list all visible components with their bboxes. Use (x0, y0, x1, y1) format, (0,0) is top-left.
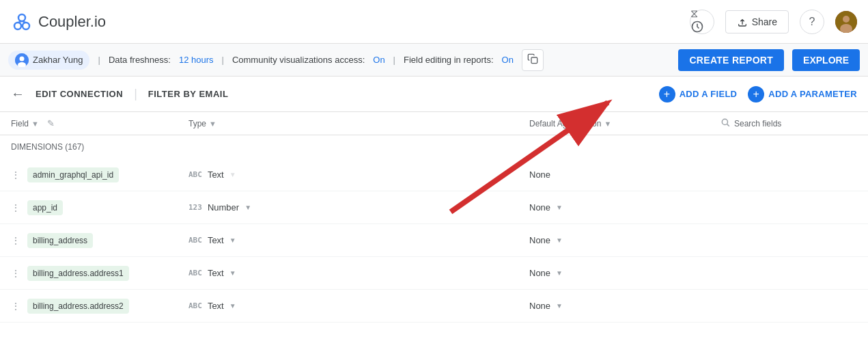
field-cell: ⋮ billing_address.address1 (11, 266, 188, 281)
filter-by-email-label: FILTER BY EMAIL (148, 89, 229, 99)
type-dropdown-icon[interactable]: ▼ (229, 269, 236, 277)
field-chip: app_id (27, 200, 63, 215)
aggregation-value: None (529, 202, 550, 213)
table-row: ⋮ billing_address ABC Text ▼ None ▼ (0, 224, 868, 257)
community-label: Community visualizations access: (232, 55, 365, 65)
sep1: | (98, 55, 100, 65)
add-field-button[interactable]: + ADD A FIELD (659, 86, 738, 103)
aggregation-column-header: Default Aggregation ▼ (529, 119, 720, 128)
sep2: | (222, 55, 224, 65)
svg-point-1 (14, 23, 21, 29)
aggregation-cell: None ▼ (529, 202, 720, 213)
drag-handle-icon[interactable]: ⋮ (11, 169, 20, 180)
type-dropdown-icon[interactable]: ▼ (244, 204, 251, 211)
type-cell: ABC Text ▼ (188, 235, 529, 245)
sub-toolbar: ← EDIT CONNECTION | FILTER BY EMAIL + AD… (0, 77, 868, 112)
field-chip: admin_graphql_api_id (27, 167, 119, 182)
svg-line-4 (22, 21, 26, 23)
add-parameter-button[interactable]: + ADD A PARAMETER (748, 86, 857, 103)
field-column-header: Field ▼ ✎ (11, 118, 188, 128)
type-cell: ABC Text ▼ (188, 268, 529, 278)
drag-handle-icon[interactable]: ⋮ (11, 235, 20, 246)
type-icon: ABC (188, 269, 202, 277)
agg-dropdown-icon[interactable]: ▼ (556, 302, 563, 310)
coupler-logo-icon (11, 11, 33, 33)
agg-dropdown-icon[interactable]: ▼ (556, 269, 563, 277)
type-label: Text (208, 301, 224, 311)
type-sort-icon[interactable]: ▼ (209, 120, 216, 128)
aggregation-value: None (529, 301, 550, 311)
drag-handle-icon[interactable]: ⋮ (11, 202, 20, 213)
type-icon: ABC (188, 170, 202, 179)
table-area: Field ▼ ✎ Type ▼ Default Aggregation ▼ S… (0, 112, 868, 323)
aggregation-value: None (529, 268, 550, 278)
svg-point-7 (843, 16, 850, 23)
top-nav-right: ⧖ Share ? (690, 10, 857, 34)
app-name: Coupler.io (38, 13, 106, 31)
svg-point-2 (23, 23, 29, 29)
aggregation-value: None (529, 235, 550, 245)
edit-connection-label[interactable]: EDIT CONNECTION (36, 89, 123, 99)
top-nav: Coupler.io ⧖ Share ? (0, 0, 868, 44)
user-chip[interactable]: Zakhar Yung (8, 51, 89, 70)
sep3: | (393, 55, 395, 65)
table-row: ⋮ admin_graphql_api_id ABC Text ▼ None (0, 159, 868, 191)
agg-dropdown-icon[interactable]: ▼ (556, 204, 563, 211)
field-cell: ⋮ billing_address.address2 (11, 299, 188, 314)
field-cell: ⋮ billing_address (11, 233, 188, 248)
copy-button[interactable] (522, 49, 544, 71)
table-row: ⋮ billing_address.address1 ABC Text ▼ No… (0, 257, 868, 290)
user-avatar-small (15, 53, 29, 67)
aggregation-cell: None (529, 169, 720, 180)
aggregation-cell: None ▼ (529, 301, 720, 311)
type-icon: ABC (188, 301, 202, 310)
type-dropdown-icon-placeholder: ▼ (229, 171, 236, 178)
svg-point-10 (20, 56, 25, 61)
type-dropdown-icon[interactable]: ▼ (229, 302, 236, 310)
community-val: On (373, 55, 384, 65)
type-label: Number (208, 202, 239, 213)
search-fields-container: Search fields (720, 118, 857, 129)
toolbar: Zakhar Yung | Data freshness: 12 hours |… (0, 44, 868, 77)
type-icon: 123 (188, 203, 202, 212)
data-freshness-label: Data freshness: (109, 55, 171, 65)
history-icon: ⧖ (690, 8, 714, 36)
field-chip: billing_address.address2 (27, 299, 129, 314)
field-chip: billing_address.address1 (27, 266, 129, 281)
agg-sort-icon[interactable]: ▼ (604, 120, 611, 128)
add-param-plus-icon: + (748, 86, 764, 103)
type-cell: ABC Text ▼ (188, 301, 529, 311)
history-button[interactable]: ⧖ (690, 10, 714, 34)
svg-line-14 (727, 124, 729, 126)
type-column-header: Type ▼ (188, 119, 529, 128)
field-cell: ⋮ app_id (11, 200, 188, 215)
agg-dropdown-icon[interactable]: ▼ (556, 236, 563, 244)
svg-point-13 (722, 119, 727, 124)
field-chip: billing_address (27, 233, 93, 248)
field-sort-icon[interactable]: ▼ (31, 120, 39, 128)
share-button[interactable]: Share (725, 10, 789, 33)
help-button[interactable]: ? (800, 10, 824, 34)
edit-pencil-icon: ✎ (47, 118, 55, 128)
aggregation-cell: None ▼ (529, 268, 720, 278)
drag-handle-icon[interactable]: ⋮ (11, 268, 20, 279)
aggregation-cell: None ▼ (529, 235, 720, 245)
back-arrow-icon: ← (11, 86, 25, 102)
copy-icon (527, 53, 538, 66)
drag-handle-icon[interactable]: ⋮ (11, 301, 20, 312)
top-nav-left: Coupler.io (11, 11, 106, 33)
add-param-label: ADD A PARAMETER (768, 89, 857, 99)
type-label: Text (208, 169, 224, 180)
add-field-label: ADD A FIELD (680, 89, 738, 99)
explore-button[interactable]: EXPLORE (792, 49, 860, 71)
svg-rect-12 (531, 57, 537, 64)
type-icon: ABC (188, 236, 202, 245)
user-name: Zakhar Yung (33, 55, 83, 65)
type-dropdown-icon[interactable]: ▼ (229, 236, 236, 244)
share-icon (737, 16, 748, 27)
user-avatar (835, 11, 857, 33)
data-freshness-val: 12 hours (179, 55, 214, 65)
create-report-button[interactable]: CREATE REPORT (678, 49, 784, 71)
share-label: Share (752, 16, 777, 27)
back-button[interactable]: ← (11, 86, 25, 102)
